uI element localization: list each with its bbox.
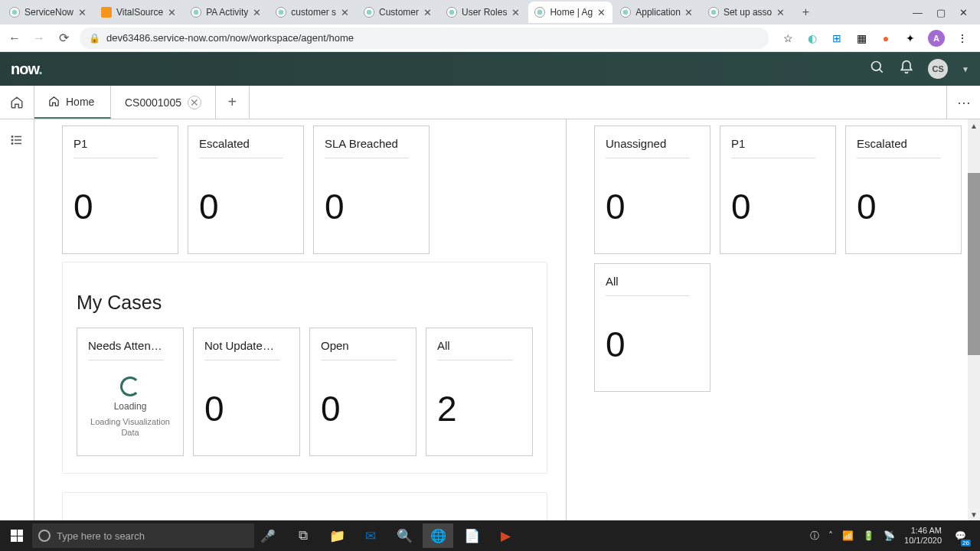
window-minimize[interactable]: — <box>913 7 923 18</box>
card-value: 0 <box>199 186 292 227</box>
favicon <box>620 7 631 18</box>
scroll-up-icon[interactable]: ▲ <box>968 119 980 132</box>
browser-tab-5[interactable]: User Roles✕ <box>440 2 527 23</box>
sn-tab-record[interactable]: CS0001005 ✕ <box>111 86 216 119</box>
browser-new-tab[interactable]: + <box>796 3 815 21</box>
browser-tab-6[interactable]: Home | Ag✕ <box>528 2 612 23</box>
help-icon[interactable]: ⓘ <box>810 530 819 543</box>
notepad-icon[interactable]: 📄 <box>456 523 487 548</box>
scrollbar[interactable]: ▲ ▼ <box>968 119 980 520</box>
browser-tab-2[interactable]: PA Activity✕ <box>185 2 268 23</box>
close-icon[interactable]: ✕ <box>77 7 87 18</box>
close-icon[interactable]: ✕ <box>422 7 433 18</box>
close-icon[interactable]: ✕ <box>188 96 201 109</box>
browser-tab-0[interactable]: ServiceNow✕ <box>3 2 93 23</box>
ext-icon-2[interactable]: ⊞ <box>830 31 844 45</box>
scroll-thumb[interactable] <box>968 173 980 355</box>
card-title: Escalated <box>857 137 950 150</box>
close-icon[interactable]: ✕ <box>684 7 694 18</box>
mic-icon[interactable]: 🎤 <box>260 529 276 543</box>
browser-tab-3[interactable]: customer s✕ <box>270 2 356 23</box>
window-close[interactable]: ✕ <box>959 7 968 18</box>
cortana-icon <box>38 530 51 542</box>
right-top-card-2[interactable]: Escalated0 <box>845 126 962 254</box>
notifications-icon[interactable]: 💬26 <box>951 527 969 545</box>
time-text: 1:46 AM <box>911 526 942 536</box>
browser-tab-8[interactable]: Set up asso✕ <box>702 2 792 23</box>
browser-tab-4[interactable]: Customer✕ <box>358 2 439 23</box>
close-icon[interactable]: ✕ <box>775 7 786 18</box>
tab-title: VitalSource <box>116 7 163 18</box>
lock-icon: 🔒 <box>89 33 100 44</box>
taskbar: Type here to search 🎤 ⧉ 📁 ✉ 🔍 🌐 📄 ▶ ⓘ ˄ … <box>0 520 980 551</box>
search-icon[interactable] <box>870 60 885 79</box>
mycases-card-3[interactable]: All2 <box>426 328 533 456</box>
content: P10Escalated0SLA Breached0 My Cases Need… <box>0 119 980 520</box>
mycases-card-2[interactable]: Open0 <box>309 328 416 456</box>
close-icon[interactable]: ✕ <box>510 7 521 18</box>
nav-reload[interactable]: ⟳ <box>55 30 72 47</box>
nav-back[interactable]: ← <box>6 30 23 47</box>
mycases-card-1[interactable]: Not Update…0 <box>193 328 300 456</box>
chrome-menu-icon[interactable]: ⋮ <box>956 31 969 45</box>
favicon <box>101 7 112 18</box>
right-bottom-card-0[interactable]: All0 <box>594 263 710 392</box>
browser-tab-7[interactable]: Application✕ <box>614 2 701 23</box>
my-cases-title: My Cases <box>77 292 533 314</box>
bell-icon[interactable] <box>899 60 914 79</box>
close-icon[interactable]: ✕ <box>596 7 606 18</box>
sn-tab-home[interactable]: Home <box>34 86 111 119</box>
right-top-card-0[interactable]: Unassigned0 <box>594 126 710 254</box>
tab-title: Application <box>635 7 681 18</box>
window-maximize[interactable]: ▢ <box>936 7 946 18</box>
card-title: Open <box>321 339 405 352</box>
ext-icon-1[interactable]: ◐ <box>805 31 819 45</box>
app-icon[interactable]: 🔍 <box>389 523 420 548</box>
left-top-card-2[interactable]: SLA Breached0 <box>313 126 430 254</box>
close-icon[interactable]: ✕ <box>339 7 350 18</box>
tray-up-icon[interactable]: ˄ <box>828 530 833 541</box>
network-icon[interactable]: 📶 <box>842 530 854 541</box>
home-icon[interactable] <box>0 86 34 119</box>
extensions-icon[interactable]: ✦ <box>903 31 917 45</box>
chrome-icon[interactable]: 🌐 <box>423 523 453 548</box>
start-button[interactable] <box>5 523 29 548</box>
ext-icon-4[interactable]: ● <box>879 31 893 45</box>
left-top-card-0[interactable]: P10 <box>62 126 178 254</box>
close-icon[interactable]: ✕ <box>251 7 262 18</box>
powerpoint-icon[interactable]: ▶ <box>490 523 521 548</box>
scroll-down-icon[interactable]: ▼ <box>968 508 980 520</box>
taskbar-search[interactable]: Type here to search <box>32 523 254 548</box>
card-value: 0 <box>857 186 950 227</box>
browser-tab-1[interactable]: VitalSource✕ <box>95 2 183 23</box>
sn-new-tab[interactable]: + <box>216 86 250 119</box>
svg-point-7 <box>11 143 13 145</box>
user-menu-caret[interactable]: ▼ <box>962 65 969 73</box>
task-view-icon[interactable]: ⧉ <box>288 523 318 548</box>
sn-logo[interactable]: now. <box>11 60 42 78</box>
right-top-card-1[interactable]: P10 <box>720 126 836 254</box>
card-title: Escalated <box>199 137 292 150</box>
outlook-icon[interactable]: ✉ <box>355 523 386 548</box>
loading-text: Loading <box>114 401 147 412</box>
close-icon[interactable]: ✕ <box>166 7 177 18</box>
star-icon[interactable]: ☆ <box>781 31 795 45</box>
left-top-card-1[interactable]: Escalated0 <box>188 126 304 254</box>
explorer-icon[interactable]: 📁 <box>322 523 352 548</box>
list-icon[interactable] <box>10 133 24 150</box>
url-bar[interactable]: 🔒 dev63486.service-now.com/now/workspace… <box>80 28 769 49</box>
nav-forward[interactable]: → <box>31 30 47 47</box>
card-value: 0 <box>325 186 418 227</box>
wifi-icon[interactable]: 📡 <box>884 530 895 541</box>
card-title: P1 <box>731 137 825 150</box>
mycases-card-0[interactable]: Needs Atten…LoadingLoading Visualization… <box>77 328 184 456</box>
sn-tab-overflow[interactable]: ⋯ <box>946 86 980 119</box>
user-avatar[interactable]: CS <box>928 59 948 79</box>
clock[interactable]: 1:46 AM 10/1/2020 <box>904 526 942 546</box>
favicon <box>276 7 286 18</box>
ext-icon-3[interactable]: ▦ <box>854 31 868 45</box>
address-bar: ← → ⟳ 🔒 dev63486.service-now.com/now/wor… <box>0 24 980 52</box>
tab-title: ServiceNow <box>24 7 74 18</box>
battery-icon[interactable]: 🔋 <box>863 530 874 541</box>
profile-avatar[interactable]: A <box>928 30 945 47</box>
